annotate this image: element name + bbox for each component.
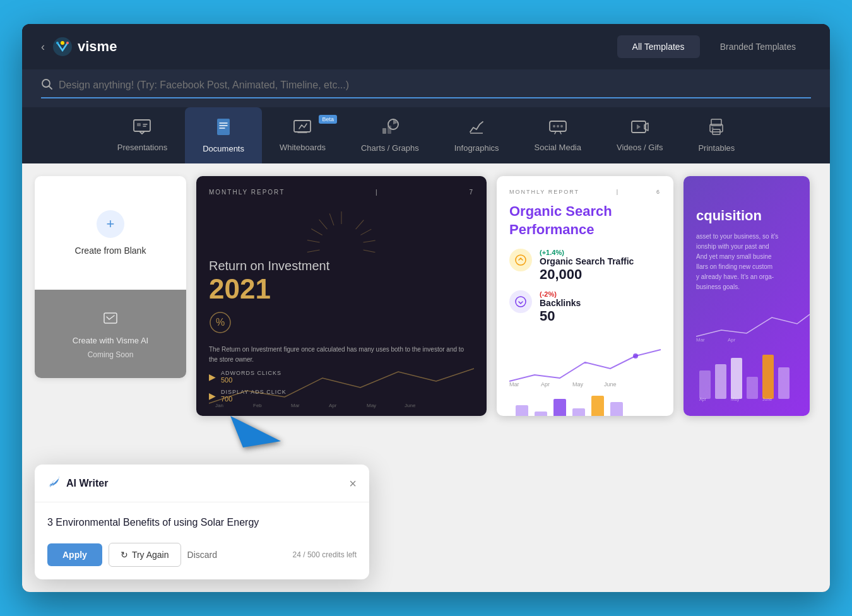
svg-rect-8 bbox=[217, 119, 230, 135]
search-input[interactable] bbox=[59, 80, 811, 91]
search-icon bbox=[41, 78, 52, 92]
svg-rect-72 bbox=[731, 358, 742, 399]
template-tabs: All Templates Branded Templates bbox=[617, 35, 811, 58]
ai-writer-dialog: AI Writer × 3 Environmental Benefits of … bbox=[35, 465, 369, 579]
social-icon bbox=[548, 119, 567, 138]
cat-label-videos: Videos / Gifs bbox=[617, 143, 663, 152]
svg-text:Mar: Mar bbox=[291, 403, 300, 408]
svg-line-36 bbox=[329, 213, 334, 225]
svg-rect-64 bbox=[610, 402, 623, 416]
svg-text:May: May bbox=[367, 403, 376, 408]
svg-rect-73 bbox=[747, 377, 758, 399]
svg-rect-61 bbox=[553, 399, 566, 416]
search-bar bbox=[22, 69, 830, 107]
metric-badge-1: (+1.4%) bbox=[540, 249, 634, 256]
visme-logo-icon bbox=[52, 37, 73, 57]
cat-label-whiteboards: Whiteboards bbox=[280, 143, 326, 152]
svg-point-2 bbox=[56, 42, 59, 44]
svg-line-28 bbox=[356, 218, 364, 230]
app-window: ‹ visme All Templates Branded Templates bbox=[22, 24, 830, 592]
cat-documents[interactable]: Documents bbox=[185, 107, 262, 163]
svg-text:Mar: Mar bbox=[509, 381, 519, 388]
report-title: MONTHLY REPORT bbox=[209, 189, 285, 196]
branded-templates-tab[interactable]: Branded Templates bbox=[705, 35, 811, 58]
ai-icon bbox=[102, 309, 119, 331]
cat-social[interactable]: Social Media bbox=[517, 109, 599, 162]
cat-presentations[interactable]: Presentations bbox=[100, 109, 186, 162]
svg-rect-63 bbox=[591, 396, 604, 416]
cat-label-charts: Charts / Graphs bbox=[361, 143, 419, 153]
discard-button[interactable]: Discard bbox=[187, 550, 217, 560]
quill-icon bbox=[47, 475, 61, 492]
svg-point-3 bbox=[66, 42, 69, 44]
acq-chart: Mar Apr bbox=[696, 305, 810, 343]
dialog-header: AI Writer × bbox=[35, 465, 369, 502]
sunburst bbox=[209, 208, 474, 252]
report-page: 7 bbox=[469, 189, 474, 196]
svg-rect-74 bbox=[762, 355, 774, 399]
light-report-page: 6 bbox=[656, 189, 661, 195]
cat-label-infographics: Infographics bbox=[454, 143, 499, 153]
svg-rect-75 bbox=[778, 367, 790, 399]
svg-text:Feb: Feb bbox=[253, 403, 262, 408]
svg-line-39 bbox=[307, 240, 320, 242]
dialog-title-text: AI Writer bbox=[66, 478, 108, 489]
bottom-chart: Jan Feb Mar Apr May June bbox=[209, 359, 474, 410]
action-buttons: Apply ↻ Try Again Discard bbox=[47, 543, 217, 567]
search-wrapper bbox=[41, 78, 811, 98]
svg-rect-12 bbox=[382, 128, 386, 134]
acq-title: cquisition bbox=[696, 208, 797, 224]
generated-text: 3 Environmental Benefits of using Solar … bbox=[47, 515, 357, 530]
apply-button[interactable]: Apply bbox=[47, 543, 102, 566]
cat-charts[interactable]: Charts / Graphs bbox=[343, 108, 437, 163]
svg-rect-71 bbox=[715, 364, 726, 399]
svg-marker-79 bbox=[230, 416, 281, 447]
svg-text:Apr: Apr bbox=[728, 337, 736, 343]
beta-badge: Beta bbox=[319, 115, 337, 124]
bottom-bar-chart: Apr May June bbox=[509, 393, 661, 416]
report-divider: | bbox=[376, 189, 379, 196]
svg-point-54 bbox=[633, 353, 638, 358]
metric-label-1: Organic Search Traffic bbox=[540, 256, 634, 266]
create-ai-section: Create with Visme AI Coming Soon bbox=[35, 290, 186, 378]
charts-icon bbox=[381, 118, 399, 138]
svg-text:Mar: Mar bbox=[696, 337, 705, 343]
cat-videos[interactable]: Videos / Gifs bbox=[599, 109, 680, 162]
metric-label-2: Backlinks bbox=[540, 298, 581, 308]
svg-marker-20 bbox=[644, 123, 648, 131]
header-left: ‹ visme bbox=[41, 37, 117, 57]
svg-line-29 bbox=[360, 227, 371, 238]
printables-icon bbox=[707, 118, 725, 138]
svg-point-16 bbox=[553, 125, 555, 127]
cat-printables[interactable]: Printables bbox=[680, 108, 752, 163]
refresh-icon: ↻ bbox=[121, 550, 128, 560]
svg-line-37 bbox=[319, 220, 328, 229]
try-again-button[interactable]: ↻ Try Again bbox=[109, 543, 181, 567]
metric-value-2: 50 bbox=[540, 308, 581, 324]
svg-line-38 bbox=[311, 229, 322, 235]
svg-line-5 bbox=[49, 86, 52, 89]
metric-data-2: (-2%) Backlinks 50 bbox=[540, 290, 581, 324]
cat-infographics[interactable]: Infographics bbox=[437, 108, 517, 163]
create-blank-card[interactable]: + Create from Blank Create with Visme AI… bbox=[35, 176, 186, 378]
svg-text:Apr: Apr bbox=[329, 403, 337, 408]
back-button[interactable]: ‹ bbox=[41, 40, 45, 54]
template-card-acquisition[interactable]: cquisition asset to your business, so it… bbox=[683, 176, 810, 416]
template-card-roi[interactable]: MONTHLY REPORT | 7 bbox=[196, 176, 487, 416]
svg-text:Apr: Apr bbox=[541, 381, 550, 388]
svg-point-0 bbox=[53, 37, 72, 56]
documents-icon bbox=[215, 117, 232, 139]
cat-label-printables: Printables bbox=[698, 143, 735, 153]
template-card-organic[interactable]: MONTHLY REPORT | 6 Organic Search Perfor… bbox=[497, 176, 673, 416]
all-templates-tab[interactable]: All Templates bbox=[617, 35, 700, 58]
create-blank-label: Create from Blank bbox=[75, 246, 146, 256]
svg-rect-60 bbox=[535, 412, 547, 416]
close-dialog-button[interactable]: × bbox=[349, 477, 357, 490]
logo-text: visme bbox=[78, 38, 117, 55]
svg-point-17 bbox=[557, 125, 559, 127]
svg-line-30 bbox=[364, 237, 376, 246]
cat-whiteboards[interactable]: Beta Whiteboards bbox=[262, 109, 343, 162]
svg-point-52 bbox=[516, 255, 526, 265]
metric-row-1: (+1.4%) Organic Search Traffic 20,000 bbox=[509, 249, 661, 283]
svg-line-31 bbox=[364, 248, 376, 252]
